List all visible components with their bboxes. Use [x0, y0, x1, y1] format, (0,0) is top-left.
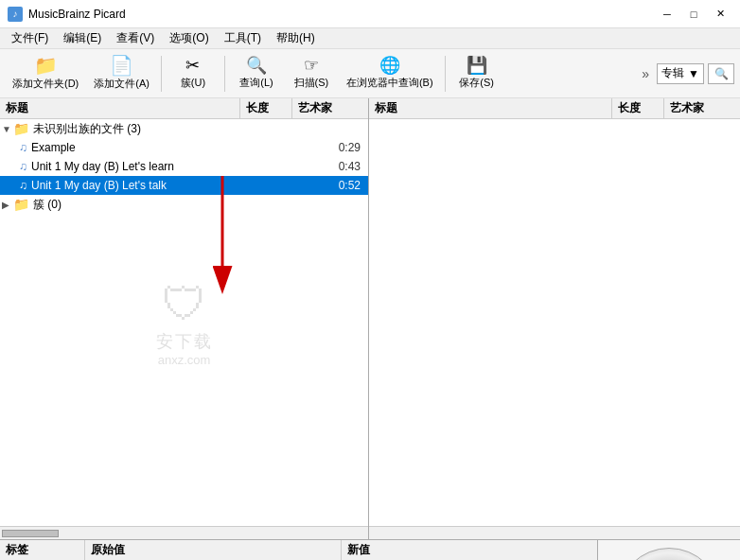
- lookup-label: 查询(L): [239, 76, 273, 90]
- menubar: 文件(F) 编辑(E) 查看(V) 选项(O) 工具(T) 帮助(H): [0, 28, 740, 49]
- add-folder-label: 添加文件夹(D): [12, 77, 79, 91]
- app-icon: ♪: [8, 7, 23, 22]
- album-dropdown-icon: ▼: [688, 67, 699, 80]
- add-folder-icon: 📁: [34, 56, 58, 75]
- watermark-text1: 安下载: [156, 330, 213, 353]
- meta-header-original: 原始值: [85, 540, 342, 560]
- main-area: 标题 长度 艺术家 ▼ 📁 未识别出族的文件 (3) ♫ Example 0:2…: [0, 98, 740, 539]
- file-tree[interactable]: ▼ 📁 未识别出族的文件 (3) ♫ Example 0:29 ♫ Unit 1…: [0, 119, 368, 526]
- toolbar-separator-2: [224, 56, 225, 92]
- bottom-right-pane: 显示更多细节: [598, 540, 740, 560]
- add-file-icon: 📄: [110, 56, 133, 75]
- folder-cluster[interactable]: ▶ 📁 簇 (0): [0, 195, 368, 214]
- toolbar-more-button[interactable]: »: [638, 64, 653, 83]
- folder-icon-1: 📁: [13, 121, 29, 136]
- file-duration-example: 0:29: [334, 141, 368, 154]
- save-button[interactable]: 💾 保存(S): [450, 52, 503, 96]
- album-select[interactable]: 专辑 ▼: [657, 63, 704, 84]
- toolbar-right: » 专辑 ▼ 🔍: [638, 63, 734, 84]
- file-name-lets-learn: Unit 1 My day (B) Let's learn: [31, 160, 334, 173]
- cluster-button[interactable]: ✂ 簇(U): [167, 52, 220, 96]
- maximize-button[interactable]: □: [681, 5, 706, 24]
- expand-icon-folder2: ▶: [2, 200, 13, 210]
- cd-image: [617, 548, 721, 560]
- cluster-icon: ✂: [185, 57, 200, 74]
- lookup-button[interactable]: 🔍 查询(L): [230, 52, 283, 96]
- search-icon: 🔍: [714, 67, 729, 80]
- titlebar-title: MusicBrainz Picard: [28, 8, 126, 21]
- right-pane: 标题 长度 艺术家: [369, 98, 740, 539]
- right-header-artist: 艺术家: [664, 98, 740, 118]
- scan-icon: ☞: [304, 57, 319, 74]
- album-label: 专辑: [661, 65, 684, 81]
- add-file-button[interactable]: 📄 添加文件(A): [87, 52, 156, 96]
- toolbar-separator-1: [161, 56, 162, 92]
- browser-icon: 🌐: [379, 57, 400, 74]
- titlebar-left: ♪ MusicBrainz Picard: [8, 7, 126, 22]
- file-item-lets-talk[interactable]: ♫ Unit 1 My day (B) Let's talk 0:52: [0, 176, 368, 195]
- folder-icon-2: 📁: [13, 197, 29, 212]
- file-icon-lets-learn: ♫: [19, 160, 27, 173]
- bottom-section: 标签 原始值 新值 标题 Unit 1 My day (B) Let's tal…: [0, 539, 740, 560]
- folder-cluster-label: 簇 (0): [33, 197, 368, 213]
- menu-view[interactable]: 查看(V): [109, 28, 162, 48]
- metadata-header: 标签 原始值 新值: [0, 540, 597, 560]
- toolbar: 📁 添加文件夹(D) 📄 添加文件(A) ✂ 簇(U) 🔍 查询(L) ☞ 扫描…: [0, 49, 740, 98]
- file-duration-lets-learn: 0:43: [334, 160, 368, 173]
- titlebar-controls: ─ □ ✕: [655, 5, 732, 24]
- folder-unrecognized[interactable]: ▼ 📁 未识别出族的文件 (3): [0, 119, 368, 138]
- file-icon-lets-talk: ♫: [19, 179, 27, 192]
- metadata-pane: 标签 原始值 新值 标题 Unit 1 My day (B) Let's tal…: [0, 540, 598, 560]
- right-hscroll[interactable]: [369, 526, 740, 539]
- cluster-label: 簇(U): [181, 76, 205, 90]
- file-item-lets-learn[interactable]: ♫ Unit 1 My day (B) Let's learn 0:43: [0, 157, 368, 176]
- right-header-duration: 长度: [612, 98, 664, 118]
- folder-unrecognized-label: 未识别出族的文件 (3): [33, 121, 368, 137]
- expand-icon-folder1: ▼: [2, 124, 13, 134]
- left-header-duration: 长度: [240, 98, 292, 118]
- file-icon-example: ♫: [19, 141, 27, 154]
- menu-file[interactable]: 文件(F): [4, 28, 56, 48]
- scan-label: 扫描(S): [294, 76, 329, 90]
- left-header-artist: 艺术家: [292, 98, 368, 118]
- file-name-lets-talk: Unit 1 My day (B) Let's talk: [31, 179, 334, 192]
- left-pane: 标题 长度 艺术家 ▼ 📁 未识别出族的文件 (3) ♫ Example 0:2…: [0, 98, 369, 539]
- left-table-header: 标题 长度 艺术家: [0, 98, 368, 119]
- left-hscroll[interactable]: [0, 526, 368, 539]
- close-button[interactable]: ✕: [708, 5, 732, 24]
- scan-button[interactable]: ☞ 扫描(S): [285, 52, 338, 96]
- save-label: 保存(S): [459, 76, 494, 90]
- menu-help[interactable]: 帮助(H): [269, 28, 323, 48]
- menu-options[interactable]: 选项(O): [162, 28, 216, 48]
- search-box[interactable]: 🔍: [708, 63, 734, 84]
- right-content: [369, 119, 740, 526]
- toolbar-separator-3: [445, 56, 446, 92]
- browser-lookup-label: 在浏览器中查询(B): [346, 76, 433, 90]
- meta-header-new: 新值: [342, 540, 597, 560]
- minimize-button[interactable]: ─: [655, 5, 679, 24]
- file-name-example: Example: [31, 141, 334, 154]
- watermark: 🛡 安下载 anxz.com: [156, 278, 213, 367]
- watermark-text2: anxz.com: [156, 353, 213, 367]
- browser-lookup-button[interactable]: 🌐 在浏览器中查询(B): [340, 52, 440, 96]
- save-icon: 💾: [467, 57, 487, 74]
- left-header-title: 标题: [0, 98, 240, 118]
- right-table-header: 标题 长度 艺术家: [369, 98, 740, 119]
- meta-header-tag: 标签: [0, 540, 85, 560]
- file-item-example[interactable]: ♫ Example 0:29: [0, 138, 368, 157]
- hscroll-thumb[interactable]: [2, 530, 59, 537]
- menu-edit[interactable]: 编辑(E): [56, 28, 109, 48]
- watermark-shield-icon: 🛡: [156, 278, 213, 330]
- titlebar: ♪ MusicBrainz Picard ─ □ ✕: [0, 0, 740, 28]
- file-duration-lets-talk: 0:52: [334, 179, 368, 192]
- menu-tools[interactable]: 工具(T): [217, 28, 269, 48]
- right-header-title: 标题: [369, 98, 612, 118]
- lookup-icon: 🔍: [246, 57, 267, 74]
- add-folder-button[interactable]: 📁 添加文件夹(D): [6, 52, 85, 96]
- add-file-label: 添加文件(A): [94, 77, 150, 91]
